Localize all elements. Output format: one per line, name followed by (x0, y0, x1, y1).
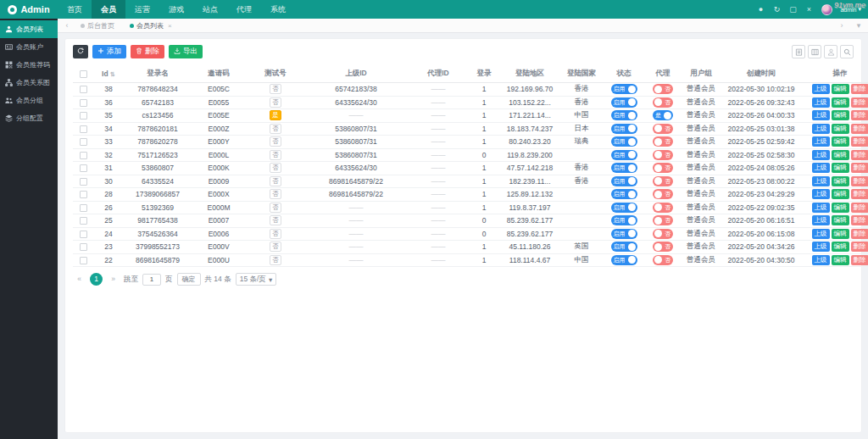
tab-dashboard[interactable]: 后台首页 (73, 19, 122, 33)
agent-toggle[interactable]: 否 (653, 176, 673, 186)
status-toggle[interactable]: 启用 (611, 150, 637, 160)
jump-page-input[interactable] (142, 274, 161, 286)
parent-button[interactable]: 上级 (812, 229, 830, 239)
edit-button[interactable]: 编辑 (832, 242, 849, 252)
agent-toggle[interactable]: 否 (653, 150, 673, 160)
delete-row-button[interactable]: 删除 (851, 84, 868, 94)
delete-row-button[interactable]: 删除 (851, 124, 868, 134)
top-menu-item-1[interactable]: 首页 (58, 0, 92, 19)
parent-button[interactable]: 上级 (812, 124, 830, 134)
sidebar-item-2[interactable]: 会员账户 (0, 38, 58, 56)
row-checkbox[interactable] (80, 217, 87, 225)
status-toggle[interactable]: 启用 (611, 203, 637, 213)
status-toggle[interactable]: 启用 (611, 215, 637, 225)
agent-toggle[interactable]: 否 (653, 136, 673, 147)
edit-button[interactable]: 编辑 (832, 110, 849, 120)
row-checkbox[interactable] (80, 231, 87, 238)
row-checkbox[interactable] (80, 191, 87, 198)
agent-toggle[interactable]: 否 (653, 229, 673, 239)
status-toggle[interactable]: 启用 (611, 189, 637, 199)
row-checkbox[interactable] (80, 86, 87, 93)
edit-button[interactable]: 编辑 (832, 176, 849, 186)
edit-button[interactable]: 编辑 (832, 189, 849, 199)
edit-button[interactable]: 编辑 (832, 150, 849, 160)
top-menu-item-7[interactable]: 系统 (261, 0, 295, 19)
edit-button[interactable]: 编辑 (832, 97, 849, 108)
sidebar-item-1[interactable]: 会员列表 (0, 20, 58, 38)
parent-button[interactable]: 上级 (812, 242, 830, 252)
edit-button[interactable]: 编辑 (832, 136, 849, 147)
columns-toggle-button[interactable] (808, 45, 821, 58)
row-checkbox[interactable] (80, 138, 87, 146)
col-id[interactable]: Id ⇅ (93, 65, 124, 83)
status-toggle[interactable]: 启用 (611, 255, 637, 265)
export-button[interactable]: 导出 (169, 45, 203, 58)
status-toggle[interactable]: 启用 (611, 97, 637, 108)
refresh-icon[interactable]: ↻ (771, 5, 782, 14)
row-checkbox[interactable] (80, 178, 87, 186)
agent-toggle[interactable]: 否 (653, 84, 673, 94)
delete-row-button[interactable]: 删除 (851, 229, 868, 239)
top-menu-item-3[interactable]: 运营 (125, 0, 159, 19)
clipboard-toggle-button[interactable] (792, 45, 805, 58)
row-checkbox[interactable] (80, 99, 87, 107)
agent-toggle[interactable]: 否 (653, 203, 673, 213)
agent-toggle[interactable]: 否 (653, 163, 673, 173)
status-toggle[interactable]: 启用 (611, 124, 637, 134)
row-checkbox[interactable] (80, 125, 87, 133)
jump-confirm-button[interactable]: 确定 (177, 273, 201, 286)
edit-button[interactable]: 编辑 (832, 215, 849, 225)
parent-button[interactable]: 上级 (812, 150, 830, 160)
parent-button[interactable]: 上级 (812, 176, 830, 186)
avatar[interactable] (821, 4, 832, 15)
theme-icon[interactable]: ● (755, 5, 765, 14)
row-checkbox[interactable] (80, 152, 87, 159)
row-checkbox[interactable] (80, 257, 87, 264)
parent-button[interactable]: 上级 (812, 163, 830, 173)
edit-button[interactable]: 编辑 (832, 229, 849, 239)
delete-row-button[interactable]: 删除 (851, 110, 868, 120)
edit-button[interactable]: 编辑 (832, 84, 849, 94)
close-tab-icon[interactable]: × (168, 22, 172, 30)
top-menu-item-5[interactable]: 站点 (193, 0, 227, 19)
parent-button[interactable]: 上级 (812, 97, 830, 108)
delete-row-button[interactable]: 删除 (851, 189, 868, 199)
tabs-back-button[interactable]: ‹ (61, 21, 73, 30)
delete-row-button[interactable]: 删除 (851, 163, 868, 173)
edit-button[interactable]: 编辑 (832, 124, 849, 134)
delete-row-button[interactable]: 删除 (851, 97, 868, 108)
status-toggle[interactable]: 启用 (611, 136, 637, 147)
sidebar-item-4[interactable]: 会员关系图 (0, 74, 58, 92)
parent-button[interactable]: 上级 (812, 203, 830, 213)
next-page-button[interactable]: » (107, 273, 120, 286)
agent-toggle[interactable]: 否 (653, 255, 673, 265)
person-toggle-button[interactable] (824, 45, 837, 58)
status-toggle[interactable]: 启用 (611, 110, 637, 120)
delete-row-button[interactable]: 删除 (851, 255, 868, 265)
agent-toggle[interactable]: 否 (653, 215, 673, 225)
top-menu-item-2[interactable]: 会员 (92, 0, 125, 19)
search-toggle-button[interactable] (840, 45, 854, 58)
status-toggle[interactable]: 启用 (611, 242, 637, 252)
row-checkbox[interactable] (80, 243, 87, 251)
edit-button[interactable]: 编辑 (832, 255, 849, 265)
parent-button[interactable]: 上级 (812, 136, 830, 147)
tab-member-list[interactable]: 会员列表 × (122, 19, 180, 33)
user-menu[interactable]: admin ▾ (840, 6, 861, 13)
parent-button[interactable]: 上级 (812, 110, 830, 120)
delete-row-button[interactable]: 删除 (851, 215, 868, 225)
select-all-checkbox[interactable] (80, 70, 87, 78)
agent-toggle[interactable]: 否 (653, 124, 673, 134)
delete-button[interactable]: 删除 (131, 45, 164, 58)
fullscreen-icon[interactable]: ▢ (787, 5, 798, 14)
row-checkbox[interactable] (80, 164, 87, 172)
sidebar-item-6[interactable]: 分组配置 (0, 109, 58, 127)
parent-button[interactable]: 上级 (812, 215, 830, 225)
parent-button[interactable]: 上级 (812, 84, 830, 94)
agent-toggle[interactable]: 否 (653, 189, 673, 199)
tabs-forward-button[interactable]: › (836, 21, 848, 30)
parent-button[interactable]: 上级 (812, 255, 830, 265)
status-toggle[interactable]: 启用 (611, 176, 637, 186)
per-page-select[interactable]: 15 条/页 ▾ (236, 273, 276, 286)
delete-row-button[interactable]: 删除 (851, 242, 868, 252)
